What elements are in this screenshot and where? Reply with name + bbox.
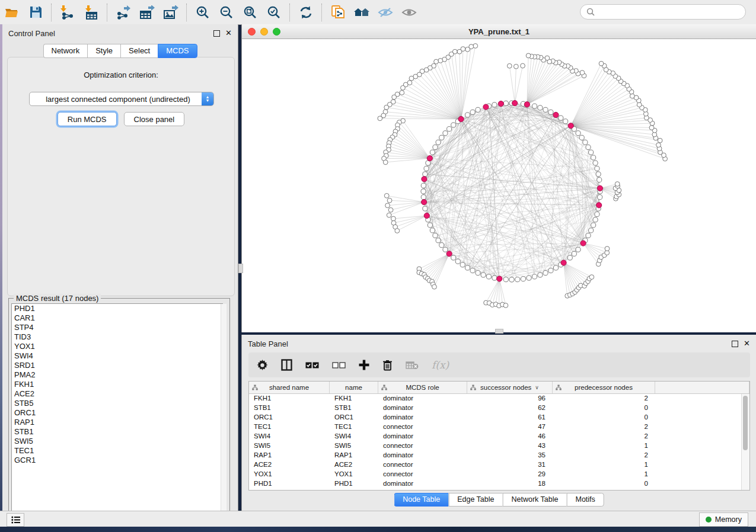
export-image-icon[interactable]	[161, 3, 181, 22]
network-node[interactable]	[515, 277, 520, 282]
satellite-node[interactable]	[580, 70, 585, 75]
network-node[interactable]	[576, 247, 580, 252]
table-row[interactable]: ORC1ORC1dominator610	[249, 413, 749, 422]
network-node[interactable]	[503, 277, 508, 282]
mcds-hub-node[interactable]	[498, 101, 503, 107]
zoom-out-icon[interactable]	[216, 3, 237, 22]
network-node[interactable]	[548, 110, 553, 114]
satellite-node[interactable]	[526, 53, 531, 58]
table-row[interactable]: PHD1PHD1dominator180	[249, 479, 749, 489]
network-node[interactable]	[538, 105, 543, 110]
apply-layout-icon[interactable]	[296, 3, 316, 22]
network-node[interactable]	[591, 223, 596, 227]
network-node[interactable]	[596, 172, 601, 177]
satellite-node[interactable]	[388, 207, 393, 212]
mcds-hub-node[interactable]	[561, 260, 566, 265]
satellite-node[interactable]	[378, 116, 382, 121]
satellite-node[interactable]	[599, 61, 604, 66]
satellite-node[interactable]	[473, 44, 478, 49]
close-panel-icon[interactable]: ✕	[225, 30, 232, 36]
table-tab-motifs[interactable]: Motifs	[566, 493, 604, 507]
network-node[interactable]	[595, 211, 599, 216]
network-node[interactable]	[460, 262, 465, 267]
mcds-result-item[interactable]: SWI5	[12, 437, 222, 446]
satellite-node[interactable]	[503, 303, 508, 308]
deselect-all-rows-icon[interactable]	[332, 362, 346, 368]
mcds-hub-node[interactable]	[596, 203, 602, 208]
column-header-predecessor-nodes[interactable]: predecessor nodes	[553, 382, 655, 393]
satellite-node[interactable]	[615, 182, 620, 187]
network-node[interactable]	[593, 217, 598, 222]
table-scrollbar-thumb[interactable]	[743, 396, 748, 450]
satellite-node[interactable]	[658, 138, 662, 143]
mcds-hub-node[interactable]	[597, 185, 602, 191]
mcds-result-item[interactable]: PHD1	[12, 304, 222, 313]
mcds-hub-node[interactable]	[446, 251, 452, 257]
show-all-icon[interactable]	[399, 3, 419, 22]
satellite-node[interactable]	[457, 49, 462, 54]
float-panel-icon[interactable]	[213, 30, 220, 37]
network-node[interactable]	[465, 113, 470, 117]
network-node[interactable]	[563, 119, 568, 124]
mcds-hub-node[interactable]	[483, 104, 489, 110]
first-neighbors-icon[interactable]	[352, 3, 372, 22]
satellite-node[interactable]	[521, 63, 525, 68]
zoom-in-icon[interactable]	[193, 3, 213, 22]
network-node[interactable]	[421, 189, 426, 194]
network-node[interactable]	[436, 140, 441, 145]
import-table-icon[interactable]	[81, 3, 101, 22]
mcds-result-item[interactable]: SWI4	[12, 351, 222, 361]
network-node[interactable]	[532, 104, 537, 108]
network-node[interactable]	[465, 265, 470, 270]
memory-button[interactable]: Memory	[699, 512, 748, 527]
mcds-result-item[interactable]: RAP1	[12, 418, 222, 427]
mcds-hub-node[interactable]	[524, 102, 529, 107]
mcds-hub-node[interactable]	[422, 200, 427, 205]
table-row[interactable]: YOX1YOX1connector291	[249, 470, 749, 479]
network-node[interactable]	[430, 228, 435, 233]
network-node[interactable]	[430, 150, 435, 155]
mcds-result-item[interactable]: GCR1	[12, 456, 222, 465]
satellite-node[interactable]	[432, 284, 437, 289]
close-panel-button[interactable]: Close panel	[124, 112, 185, 126]
network-node[interactable]	[509, 277, 514, 282]
table-row[interactable]: FKH1FKH1dominator962	[249, 394, 749, 403]
tab-select[interactable]: Select	[120, 44, 158, 58]
network-node[interactable]	[470, 268, 475, 273]
satellite-node[interactable]	[392, 95, 397, 100]
tab-mcds[interactable]: MCDS	[158, 44, 197, 58]
mcds-result-item[interactable]: CAR1	[12, 313, 222, 323]
network-node[interactable]	[421, 183, 426, 188]
network-node[interactable]	[527, 275, 531, 280]
satellite-node[interactable]	[605, 246, 610, 251]
network-node[interactable]	[476, 107, 480, 112]
table-tab-network-table[interactable]: Network Table	[503, 493, 567, 507]
search-box[interactable]	[580, 4, 746, 20]
satellite-node[interactable]	[383, 160, 388, 165]
table-row[interactable]: SWI4SWI4dominator462	[249, 432, 749, 441]
export-network-icon[interactable]	[113, 3, 133, 22]
network-node[interactable]	[439, 135, 444, 140]
horizontal-splitter-handle[interactable]	[495, 329, 503, 334]
satellite-node[interactable]	[395, 229, 400, 233]
mcds-result-item[interactable]: SRD1	[12, 361, 222, 370]
network-node[interactable]	[597, 177, 602, 182]
network-node[interactable]	[595, 166, 599, 171]
hide-selected-icon[interactable]	[375, 3, 395, 22]
satellite-node[interactable]	[513, 64, 518, 69]
network-node[interactable]	[481, 273, 486, 277]
tab-style[interactable]: Style	[87, 44, 120, 58]
network-node[interactable]	[486, 274, 491, 279]
add-column-icon[interactable]	[359, 360, 369, 370]
network-node[interactable]	[423, 206, 428, 211]
network-node[interactable]	[548, 268, 553, 273]
satellite-node[interactable]	[637, 102, 642, 107]
table-row[interactable]: ACE2ACE2connector311	[249, 460, 749, 470]
export-table-icon[interactable]	[137, 3, 157, 22]
mcds-hub-node[interactable]	[424, 213, 429, 218]
tab-network[interactable]: Network	[43, 44, 87, 58]
network-node[interactable]	[583, 140, 588, 145]
network-node[interactable]	[433, 145, 438, 149]
network-node[interactable]	[538, 273, 543, 277]
network-node[interactable]	[447, 127, 452, 132]
